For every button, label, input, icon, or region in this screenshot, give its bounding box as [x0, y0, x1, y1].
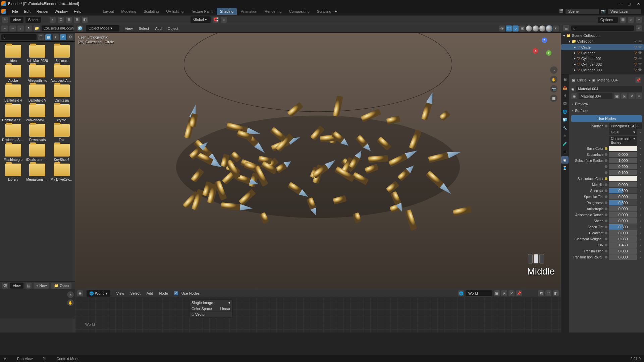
surface-shader-dropdown[interactable]: Principled BSDF: [609, 123, 642, 129]
menu-file[interactable]: File: [9, 8, 21, 15]
nav-forward-button[interactable]: →: [9, 25, 16, 32]
search-header-icon[interactable]: ⌕: [628, 17, 634, 23]
prop-menu-icon[interactable]: •: [639, 249, 642, 253]
folder-item[interactable]: Library: [1, 164, 25, 181]
viewport-3d[interactable]: User Orthographic (29) Collection | Circ…: [75, 33, 561, 289]
mat-del-icon[interactable]: ✕: [629, 93, 635, 99]
socket-dot[interactable]: [605, 232, 607, 234]
fb-settings-icon[interactable]: ⚙: [67, 34, 73, 40]
folder-item[interactable]: Battlefield V: [25, 84, 49, 102]
xray-icon[interactable]: ▣: [519, 25, 525, 32]
display-thumb-icon[interactable]: ▦: [45, 34, 51, 40]
color-swatch[interactable]: [609, 176, 637, 181]
restrict-view-icon[interactable]: 👁: [638, 68, 642, 72]
ne-menu-view[interactable]: View: [114, 290, 127, 296]
folder-item[interactable]: FlashIntegro: [1, 144, 25, 162]
preview-panel-header[interactable]: Preview: [571, 101, 642, 107]
vp-menu-object[interactable]: Object: [165, 25, 181, 32]
mat-nodes-icon[interactable]: ▿: [636, 93, 642, 99]
add-workspace-button[interactable]: +: [335, 9, 337, 13]
image-texture-node[interactable]: Single Image▾ Color SpaceLinear ◇ Vector: [189, 299, 233, 318]
restrict-select-icon[interactable]: ✓: [634, 39, 637, 44]
ne-menu-add[interactable]: Add: [144, 290, 156, 296]
socket-dot[interactable]: [605, 171, 607, 174]
nav-up-button[interactable]: ↑: [17, 25, 24, 32]
gizmo-toggle-icon[interactable]: ⬚: [506, 25, 512, 32]
socket-dot[interactable]: [605, 165, 607, 168]
orientation-dropdown[interactable]: Global ▾: [191, 16, 211, 23]
transform-icon-2[interactable]: ⊞: [66, 17, 72, 23]
folder-item[interactable]: 3ds Max 2020: [25, 45, 49, 63]
outliner-item[interactable]: ▸ ▽ Cylinder.003▽👁: [561, 67, 644, 73]
shading-solid-icon[interactable]: [533, 25, 539, 32]
mat-copy-icon[interactable]: ⎘: [621, 93, 627, 99]
snap-icon[interactable]: 🧲: [213, 17, 219, 23]
shading-matprev-icon[interactable]: [539, 25, 545, 32]
folder-item[interactable]: Megascans Li...: [25, 164, 49, 181]
socket-dot[interactable]: [605, 250, 607, 252]
pan-tool-icon[interactable]: ✋: [550, 76, 557, 83]
img-pan-icon[interactable]: ✋: [67, 299, 74, 306]
transform-icon-4[interactable]: ◧: [82, 17, 88, 23]
folder-item[interactable]: Adobe: [1, 65, 25, 82]
prop-menu-icon[interactable]: •: [639, 183, 642, 187]
prop-menu-icon[interactable]: •: [639, 255, 642, 259]
outliner-scene-collection[interactable]: ▾ 📁 Scene Collection: [561, 33, 644, 39]
select-menu[interactable]: Select: [25, 17, 41, 23]
viewlayer-field[interactable]: View Layer: [608, 9, 641, 14]
tab-texture-paint[interactable]: Texture Paint: [187, 8, 216, 15]
use-nodes-button[interactable]: Use Nodes: [571, 115, 642, 122]
vp-menu-view[interactable]: View: [122, 25, 136, 32]
vp-menu-add[interactable]: Add: [152, 25, 164, 32]
value-slider[interactable]: 0.000: [609, 152, 637, 157]
nav-refresh-button[interactable]: ↻: [25, 25, 32, 32]
world-slot-field[interactable]: World: [466, 290, 492, 296]
prop-menu-icon[interactable]: •: [639, 146, 642, 150]
folder-item[interactable]: Downloads: [25, 124, 49, 142]
mode-dropdown[interactable]: Object Mode ▾: [86, 25, 119, 32]
tab-modeling[interactable]: Modeling: [118, 8, 140, 15]
axis-z[interactable]: Z: [542, 38, 547, 43]
value-slider[interactable]: 0.000: [609, 254, 637, 260]
property-tab-11[interactable]: 🧵: [561, 164, 569, 172]
value-slider[interactable]: 0.500: [609, 188, 637, 193]
prop-menu-icon[interactable]: •: [639, 201, 642, 205]
value-slider[interactable]: 0.500: [609, 224, 637, 230]
world-slot-icon[interactable]: 🌐: [458, 290, 464, 296]
value-slider[interactable]: 0.200: [609, 164, 637, 169]
property-tab-2[interactable]: 🖨: [561, 92, 569, 99]
outliner-item[interactable]: ▸ ▽ Cylinder▽👁: [561, 50, 644, 56]
img-open-button[interactable]: 📁 Open: [51, 283, 71, 289]
ne-tool1-icon[interactable]: ◩: [538, 290, 544, 296]
mesh-data-icon[interactable]: ▽: [634, 62, 637, 66]
property-tab-0[interactable]: 🖥: [561, 76, 569, 83]
restrict-view-icon[interactable]: 👁: [638, 45, 642, 49]
prop-menu-icon[interactable]: •: [639, 219, 642, 223]
folder-item[interactable]: 3dsmax: [50, 45, 73, 63]
prop-menu-icon[interactable]: •: [639, 153, 642, 157]
socket-dot[interactable]: [605, 226, 607, 228]
material-name-input[interactable]: Material.004: [576, 86, 642, 92]
prop-menu-icon[interactable]: •: [639, 237, 642, 241]
restrict-view-icon[interactable]: 👁: [638, 56, 642, 61]
path-field[interactable]: C:\Users\Tim\Docume...: [42, 25, 73, 31]
img-browse-icon[interactable]: ▤: [25, 283, 32, 289]
nav-gizmo[interactable]: Z X Y: [533, 38, 556, 61]
folder-item[interactable]: My DriveCryp...: [50, 164, 73, 181]
folder-item[interactable]: Camtasia Stu...: [1, 104, 25, 122]
socket-dot[interactable]: [605, 220, 607, 222]
mat-new-icon[interactable]: ▣: [614, 93, 620, 99]
minimize-button[interactable]: —: [618, 2, 622, 6]
socket-dot[interactable]: [605, 207, 607, 210]
value-slider[interactable]: 0.000: [609, 218, 637, 224]
slot-pin-icon[interactable]: 📌: [516, 290, 522, 296]
restrict-view-icon[interactable]: 👁: [638, 39, 642, 44]
value-slider[interactable]: 0.000: [609, 206, 637, 212]
node-row-single-image[interactable]: Single Image: [192, 301, 213, 305]
socket-dot[interactable]: [605, 183, 607, 186]
prop-menu-icon[interactable]: •: [639, 225, 642, 229]
folder-item[interactable]: Camtasia: [50, 84, 73, 102]
value-slider[interactable]: 1.000: [609, 158, 637, 163]
outliner-search[interactable]: ⌕: [571, 25, 634, 31]
folder-item[interactable]: Allegorithmic: [25, 65, 49, 82]
